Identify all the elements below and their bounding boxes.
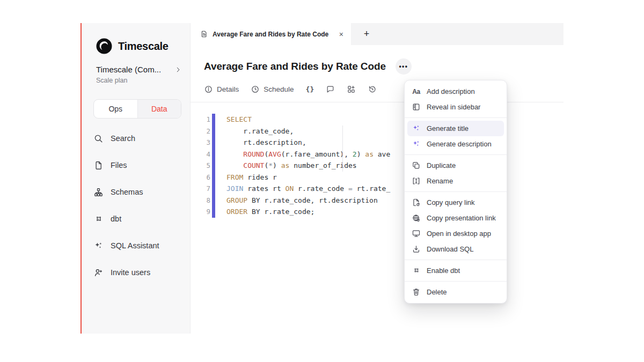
sidebar-item-files[interactable]: Files: [93, 152, 185, 179]
code-text: COUNT(*) as number_of_rides: [215, 160, 357, 172]
line-number: 3: [191, 137, 210, 149]
main-panel: Average Fare and Rides by Rate Code × + …: [191, 23, 564, 334]
braces-icon: {}: [306, 85, 314, 94]
menu-item-label: Generate description: [427, 140, 492, 148]
menu-item-label: Rename: [427, 177, 453, 185]
new-tab-button[interactable]: +: [358, 23, 375, 45]
toolbar-comment-icon[interactable]: [326, 85, 335, 94]
line-number: 6: [191, 172, 210, 183]
sidebar-item-sql-assistant[interactable]: SQL Assistant: [93, 232, 185, 259]
menu-item-reveal-in-sidebar[interactable]: Reveal in sidebar: [407, 99, 504, 115]
desktop-icon: [412, 229, 421, 238]
download-icon: [412, 245, 421, 254]
menu-item-copy-query-link[interactable]: Copy query link: [407, 195, 504, 210]
presentation-link-icon: [412, 213, 421, 223]
tab-close-icon[interactable]: ×: [338, 30, 345, 39]
toggle-ops[interactable]: Ops: [94, 100, 137, 118]
sidebar-item-label: dbt: [111, 215, 121, 223]
toolbar-label: Details: [217, 85, 239, 93]
copy-link-icon: [412, 198, 421, 207]
duplicate-icon: [412, 161, 421, 170]
code-line: 6FROM rides r: [191, 172, 564, 183]
toggle-data[interactable]: Data: [137, 100, 181, 118]
menu-divider: [405, 117, 507, 118]
menu-item-generate-description[interactable]: Generate description: [407, 136, 504, 152]
menu-item-label: Download SQL: [427, 245, 473, 253]
menu-item-rename[interactable]: Rename: [407, 173, 504, 189]
info-icon: [204, 85, 213, 94]
dbt-icon: [93, 214, 104, 224]
tab-label: Average Fare and Rides by Rate Code: [213, 31, 334, 38]
clock-icon: [251, 85, 260, 94]
sidebar-item-label: Search: [111, 134, 135, 143]
code-text: GROUP BY r.rate_code, rt.description: [215, 195, 378, 206]
line-number: 8: [191, 195, 210, 206]
page-title: Average Fare and Rides by Rate Code: [204, 61, 386, 72]
menu-item-label: Open in desktop app: [427, 230, 491, 238]
menu-item-label: Reveal in sidebar: [427, 103, 480, 111]
sidebar-item-invite-users[interactable]: Invite users: [93, 259, 185, 286]
code-text: ROUND(AVG(r.fare_amount), 2) as ave: [215, 149, 390, 160]
toolbar-braces-icon[interactable]: {}: [306, 85, 314, 94]
context-menu: AaAdd descriptionReveal in sidebarGenera…: [404, 80, 507, 304]
menu-item-label: Delete: [427, 288, 447, 296]
sparkles-icon: [93, 241, 104, 251]
code-text: r.rate_code,: [215, 125, 294, 137]
menu-divider: [405, 281, 507, 282]
code-line: 3 rt.description,: [191, 137, 564, 149]
sidebar-item-dbt[interactable]: dbt: [93, 205, 185, 232]
sidebar-item-search[interactable]: Search: [93, 125, 185, 152]
sidebar-item-label: Invite users: [111, 268, 150, 277]
code-line: 2 r.rate_code,: [191, 125, 564, 137]
code-line: 7JOIN rates rt ON r.rate_code = rt.rate_: [191, 183, 564, 195]
line-number: 9: [191, 206, 210, 218]
menu-item-label: Generate title: [427, 124, 469, 132]
text-icon: Aa: [412, 87, 421, 96]
toolbar-schedule[interactable]: Schedule: [251, 85, 294, 94]
comment-icon: [326, 85, 335, 94]
more-options-button[interactable]: •••: [396, 58, 412, 75]
menu-item-add-description[interactable]: AaAdd description: [407, 84, 504, 99]
code-text: SELECT: [215, 114, 252, 125]
sidebar: Timescale Timescale (Com... Scale plan O…: [80, 23, 191, 334]
menu-item-generate-title[interactable]: Generate title: [407, 121, 504, 136]
workspace-name: Timescale (Com...: [96, 65, 161, 74]
menu-item-download-sql[interactable]: Download SQL: [407, 241, 504, 257]
indent-guide: [342, 125, 343, 172]
menu-item-label: Copy query link: [427, 198, 475, 206]
menu-item-label: Duplicate: [427, 161, 456, 169]
menu-divider: [405, 260, 507, 260]
menu-item-duplicate[interactable]: Duplicate: [407, 158, 504, 173]
sidebar-item-label: Files: [111, 161, 127, 169]
workspace-plan: Scale plan: [96, 77, 182, 84]
menu-item-enable-dbt[interactable]: Enable dbt: [407, 263, 504, 278]
code-line: 8GROUP BY r.rate_code, rt.description: [191, 195, 564, 206]
trash-icon: [412, 287, 421, 297]
menu-item-open-in-desktop-app[interactable]: Open in desktop app: [407, 226, 504, 241]
sql-editor[interactable]: 1SELECT2 r.rate_code,3 rt.description,4 …: [191, 114, 564, 218]
sidebar-nav: SearchFilesSchemasdbtSQL AssistantInvite…: [93, 125, 185, 286]
ops-data-toggle: Ops Data: [93, 99, 181, 119]
tab-average-fare[interactable]: Average Fare and Rides by Rate Code ×: [191, 23, 351, 45]
menu-item-delete[interactable]: Delete: [407, 284, 504, 300]
code-text: FROM rides r: [215, 172, 277, 183]
doc-toolbar: DetailsSchedule{}: [204, 82, 377, 96]
schemas-icon: [93, 187, 104, 197]
menu-divider: [405, 154, 507, 155]
workspace-selector[interactable]: Timescale (Com... Scale plan: [96, 65, 182, 84]
menu-item-label: Add description: [427, 87, 475, 95]
menu-item-copy-presentation-link[interactable]: Copy presentation link: [407, 210, 504, 226]
toolbar-grid-plus-icon[interactable]: [347, 85, 356, 94]
brand-logo[interactable]: Timescale: [96, 38, 169, 55]
sparkles-icon: [412, 139, 421, 149]
toolbar-label: Schedule: [264, 85, 294, 93]
title-row: Average Fare and Rides by Rate Code •••: [204, 58, 412, 75]
line-number: 5: [191, 160, 210, 172]
toolbar-details[interactable]: Details: [204, 85, 239, 94]
line-number: 1: [191, 114, 210, 125]
sidebar-item-label: SQL Assistant: [111, 241, 159, 250]
sparkles-icon: [412, 124, 421, 133]
sidebar-item-schemas[interactable]: Schemas: [93, 179, 185, 205]
toolbar-history-icon[interactable]: [368, 85, 377, 94]
file-icon: [93, 160, 104, 171]
